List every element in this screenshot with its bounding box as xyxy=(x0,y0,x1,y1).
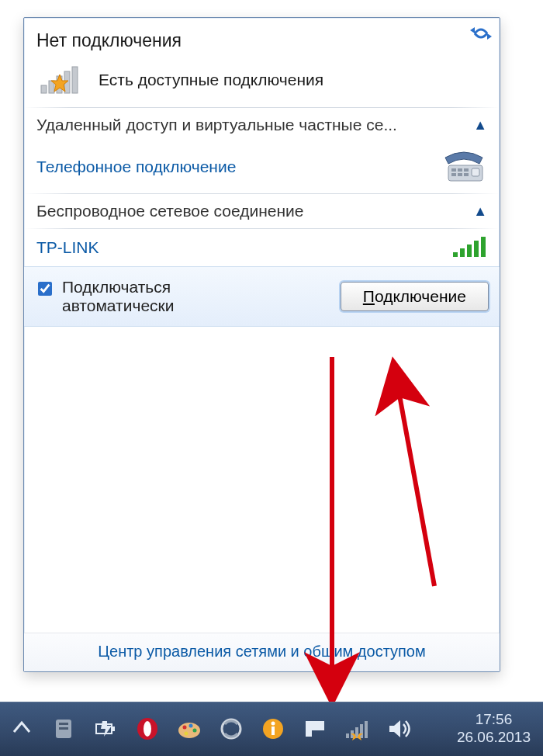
taskbar-tray xyxy=(8,715,413,743)
svg-point-32 xyxy=(185,732,188,736)
svg-point-36 xyxy=(272,722,275,726)
svg-point-33 xyxy=(222,720,240,738)
svg-rect-37 xyxy=(346,733,349,738)
clock-date: 26.06.2013 xyxy=(457,729,531,747)
tray-network-icon[interactable] xyxy=(343,715,371,743)
flyout-header: Нет подключения xyxy=(24,18,500,107)
svg-rect-22 xyxy=(59,723,68,725)
dialup-connection-label: Телефонное подключение xyxy=(36,158,441,176)
svg-rect-10 xyxy=(451,173,456,176)
wireless-section-title: Беспроводное сетевое соединение xyxy=(36,202,303,220)
svg-point-27 xyxy=(144,721,151,737)
signal-with-alert-icon xyxy=(40,64,83,96)
dialup-connection-item[interactable]: Телефонное подключение xyxy=(24,142,500,193)
svg-rect-23 xyxy=(59,727,68,730)
svg-rect-17 xyxy=(474,241,479,257)
svg-rect-13 xyxy=(472,168,479,176)
telephone-modem-icon xyxy=(441,150,487,184)
chevron-up-icon: ▲ xyxy=(473,117,487,134)
connection-status-title: Нет подключения xyxy=(36,30,487,51)
available-connections-row: Есть доступные подключения xyxy=(36,64,487,96)
svg-rect-9 xyxy=(464,168,469,172)
tray-opera-icon[interactable] xyxy=(133,715,161,743)
svg-rect-16 xyxy=(467,244,472,257)
network-flyout: Нет подключения xyxy=(23,17,500,672)
available-connections-text: Есть доступные подключения xyxy=(99,71,323,89)
tray-evernote-icon[interactable] xyxy=(50,715,78,743)
dialup-vpn-title: Удаленный доступ и виртуальные частные с… xyxy=(36,116,397,134)
tray-info-icon[interactable] xyxy=(259,715,287,743)
svg-rect-11 xyxy=(458,173,462,176)
svg-rect-40 xyxy=(360,724,363,738)
svg-point-29 xyxy=(183,726,187,730)
tray-action-center-icon[interactable] xyxy=(301,715,329,743)
dialup-vpn-section-header[interactable]: Удаленный доступ и виртуальные частные с… xyxy=(24,108,500,142)
clock-time: 17:56 xyxy=(457,711,531,729)
svg-rect-14 xyxy=(453,252,458,257)
tray-sync-icon[interactable] xyxy=(217,715,245,743)
svg-rect-18 xyxy=(481,237,486,257)
auto-connect-option[interactable]: Подключаться автоматически xyxy=(35,278,225,315)
svg-point-31 xyxy=(193,729,197,733)
svg-rect-25 xyxy=(112,727,115,731)
auto-connect-label: Подключаться автоматически xyxy=(62,278,225,315)
refresh-icon xyxy=(470,24,492,43)
svg-rect-15 xyxy=(460,248,465,257)
auto-connect-checkbox[interactable] xyxy=(38,282,52,296)
connect-button-rest: одключение xyxy=(375,287,466,305)
wireless-section-header[interactable]: Беспроводное сетевое соединение ▲ xyxy=(24,194,500,228)
network-sharing-center-link[interactable]: Центр управления сетями и общим доступом xyxy=(24,633,500,671)
wifi-ssid: TP-LINK xyxy=(36,238,99,257)
tray-show-hidden-icon[interactable] xyxy=(8,715,36,743)
svg-point-30 xyxy=(189,724,193,728)
taskbar-clock[interactable]: 17:56 26.06.2013 xyxy=(457,711,535,747)
svg-rect-7 xyxy=(451,168,456,172)
tray-power-icon[interactable] xyxy=(92,715,119,743)
chevron-up-icon: ▲ xyxy=(473,203,487,220)
svg-rect-12 xyxy=(464,173,469,176)
svg-rect-41 xyxy=(365,721,368,738)
wifi-connect-panel: Подключаться автоматически Подключение xyxy=(24,266,500,327)
connect-button-hotkey: П xyxy=(363,287,375,305)
signal-strength-icon xyxy=(453,237,487,258)
wifi-network-item[interactable]: TP-LINK xyxy=(24,229,500,266)
svg-rect-35 xyxy=(272,727,275,735)
svg-rect-4 xyxy=(72,67,78,93)
refresh-button[interactable] xyxy=(470,24,492,43)
taskbar: 17:56 26.06.2013 xyxy=(0,702,543,756)
tray-paint-icon[interactable] xyxy=(175,715,203,743)
connect-button[interactable]: Подключение xyxy=(341,282,489,311)
svg-rect-0 xyxy=(41,85,47,93)
svg-rect-8 xyxy=(458,168,462,172)
tray-volume-icon[interactable] xyxy=(385,715,413,743)
